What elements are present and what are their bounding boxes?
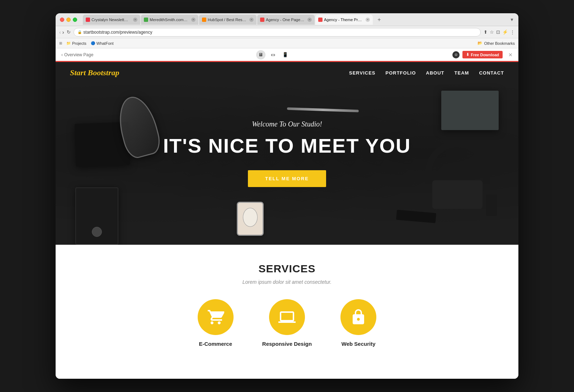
other-bookmarks-label: Other Bookmarks bbox=[484, 41, 515, 46]
service-responsive-icon bbox=[269, 299, 305, 335]
preview-close-button[interactable]: ✕ bbox=[508, 52, 513, 58]
service-responsive: Responsive Design bbox=[262, 299, 312, 347]
close-button[interactable] bbox=[60, 18, 64, 22]
service-ecommerce-label: E-Commerce bbox=[199, 341, 232, 347]
hero-section: Start Bootstrap SERVICES PORTFOLIO ABOUT… bbox=[56, 62, 518, 245]
back-arrow[interactable]: ‹ bbox=[59, 29, 61, 35]
address-bar-actions: ⬆ ☆ ⊡ ⚡ ⋮ bbox=[484, 29, 515, 35]
apps-icon: ⊞ bbox=[59, 41, 62, 45]
nav-contact[interactable]: CONTACT bbox=[479, 70, 504, 76]
bookmarks-folder-icon: 📂 bbox=[477, 41, 483, 46]
overview-page-label: Overview Page bbox=[64, 52, 93, 57]
laptop-icon bbox=[278, 309, 296, 326]
device-switcher: 🖥 ▭ 📱 bbox=[256, 50, 290, 59]
service-websecurity-icon bbox=[340, 299, 376, 335]
service-responsive-label: Responsive Design bbox=[262, 341, 312, 347]
service-ecommerce: E-Commerce bbox=[198, 299, 234, 347]
tab-1-close[interactable]: × bbox=[133, 18, 137, 22]
sidebar-icon[interactable]: ⊡ bbox=[496, 29, 500, 35]
tab-5[interactable]: Agency - Theme Preview - St... × bbox=[315, 15, 373, 25]
desktop-device-button[interactable]: 🖥 bbox=[256, 50, 265, 59]
tab-expand-icon[interactable]: ▼ bbox=[510, 17, 514, 22]
whatfont-icon: 🔵 bbox=[91, 41, 95, 45]
tab-3-label: HubSpot / Best Responsive W... bbox=[208, 18, 246, 22]
prop-headphones bbox=[418, 141, 497, 223]
prop-watch bbox=[237, 202, 264, 236]
nav-services[interactable]: SERVICES bbox=[349, 70, 376, 76]
service-websecurity-label: Web Security bbox=[342, 341, 376, 347]
tell-me-more-button[interactable]: TELL ME MORE bbox=[248, 170, 326, 187]
site-nav-links: SERVICES PORTFOLIO ABOUT TEAM CONTACT bbox=[349, 70, 504, 76]
website-content: Start Bootstrap SERVICES PORTFOLIO ABOUT… bbox=[56, 62, 518, 379]
free-download-label: Free Download bbox=[471, 53, 499, 57]
tab-1[interactable]: Crystalyn Newsletter Revamp × bbox=[83, 15, 140, 25]
lock-icon bbox=[350, 309, 367, 326]
free-download-button[interactable]: ⬇ Free Download bbox=[462, 51, 503, 58]
traffic-lights bbox=[60, 18, 77, 22]
tab-5-label: Agency - Theme Preview - St... bbox=[324, 18, 363, 22]
tablet-device-button[interactable]: ▭ bbox=[268, 50, 278, 59]
tab-5-close[interactable]: × bbox=[366, 18, 370, 22]
tab-3-favicon bbox=[202, 18, 206, 22]
projects-icon: 📁 bbox=[66, 41, 71, 45]
bookmark-projects-label: Projects bbox=[72, 41, 86, 46]
back-chevron-icon: ‹ bbox=[61, 52, 63, 57]
prop-notebook bbox=[441, 91, 499, 130]
maximize-button[interactable] bbox=[73, 18, 77, 22]
forward-arrow[interactable]: › bbox=[62, 29, 64, 35]
url-bar[interactable]: 🔒 startbootstrap.com/previews/agency bbox=[74, 28, 481, 37]
tab-1-favicon bbox=[86, 18, 90, 22]
nav-team[interactable]: TEAM bbox=[455, 70, 469, 76]
tab-2[interactable]: MeredithSmith.com / 2.0 - Go... × bbox=[141, 15, 198, 25]
github-icon[interactable]: ⊙ bbox=[452, 51, 460, 58]
browser-window: Crystalyn Newsletter Revamp × MeredithSm… bbox=[56, 13, 518, 379]
preview-back-link[interactable]: ‹ Overview Page bbox=[61, 52, 93, 57]
hero-text: Welcome To Our Studio! IT'S NICE TO MEET… bbox=[163, 120, 411, 187]
nav-arrows: ‹ › bbox=[59, 29, 64, 35]
service-ecommerce-icon bbox=[198, 299, 234, 335]
bookmark-whatfont[interactable]: 🔵 WhatFont bbox=[91, 41, 114, 46]
refresh-button[interactable]: ↻ bbox=[67, 29, 71, 35]
extensions-icon[interactable]: ⚡ bbox=[502, 29, 508, 35]
download-icon: ⬇ bbox=[466, 52, 469, 57]
cart-icon bbox=[207, 309, 224, 326]
share-icon[interactable]: ⬆ bbox=[484, 29, 488, 35]
new-tab-button[interactable]: + bbox=[375, 15, 384, 24]
tab-2-close[interactable]: × bbox=[191, 18, 196, 22]
tab-4-favicon bbox=[260, 18, 264, 22]
site-logo: Start Bootstrap bbox=[70, 68, 119, 77]
nav-portfolio[interactable]: PORTFOLIO bbox=[386, 70, 416, 76]
services-grid: E-Commerce Responsive Design bbox=[70, 299, 504, 347]
hero-title: IT'S NICE TO MEET YOU bbox=[163, 134, 411, 157]
bookmark-icon[interactable]: ☆ bbox=[490, 29, 494, 35]
tab-3[interactable]: HubSpot / Best Responsive W... × bbox=[199, 15, 257, 25]
tab-4-close[interactable]: × bbox=[307, 18, 312, 22]
bookmarks-bar: ⊞ 📁 Projects 🔵 WhatFont 📂 Other Bookmark… bbox=[56, 38, 518, 48]
services-section-title: SERVICES bbox=[258, 263, 315, 275]
preview-actions: ⊙ ⬇ Free Download ✕ bbox=[452, 51, 513, 58]
tab-2-label: MeredithSmith.com / 2.0 - Go... bbox=[150, 18, 188, 22]
title-bar: Crystalyn Newsletter Revamp × MeredithSm… bbox=[56, 13, 518, 26]
tabs-bar: Crystalyn Newsletter Revamp × MeredithSm… bbox=[83, 15, 514, 25]
lock-icon: 🔒 bbox=[77, 30, 82, 34]
tab-4-label: Agency - One Page Bootstrap ... bbox=[266, 18, 305, 22]
tab-4[interactable]: Agency - One Page Bootstrap ... × bbox=[257, 15, 315, 25]
bookmark-projects[interactable]: 📁 Projects bbox=[66, 41, 86, 46]
service-websecurity: Web Security bbox=[340, 299, 376, 347]
tab-5-favicon bbox=[318, 18, 323, 22]
services-section-subtitle: Lorem ipsum dolor sit amet consectetur. bbox=[243, 279, 331, 285]
preview-bar: ‹ Overview Page 🖥 ▭ 📱 ⊙ ⬇ Free Download … bbox=[56, 48, 518, 62]
other-bookmarks[interactable]: 📂 Other Bookmarks bbox=[477, 41, 515, 46]
hero-subtitle: Welcome To Our Studio! bbox=[163, 120, 411, 128]
nav-about[interactable]: ABOUT bbox=[426, 70, 444, 76]
minimize-button[interactable] bbox=[66, 18, 71, 22]
tab-3-close[interactable]: × bbox=[249, 18, 254, 22]
address-bar: ‹ › ↻ 🔒 startbootstrap.com/previews/agen… bbox=[56, 26, 518, 38]
menu-icon[interactable]: ⋮ bbox=[510, 29, 515, 35]
mobile-device-button[interactable]: 📱 bbox=[281, 50, 290, 59]
site-navigation: Start Bootstrap SERVICES PORTFOLIO ABOUT… bbox=[56, 62, 518, 83]
bookmark-apps-icon[interactable]: ⊞ bbox=[59, 41, 62, 45]
url-text: startbootstrap.com/previews/agency bbox=[83, 30, 152, 35]
tab-1-label: Crystalyn Newsletter Revamp bbox=[91, 18, 130, 22]
tab-2-favicon bbox=[144, 18, 148, 22]
